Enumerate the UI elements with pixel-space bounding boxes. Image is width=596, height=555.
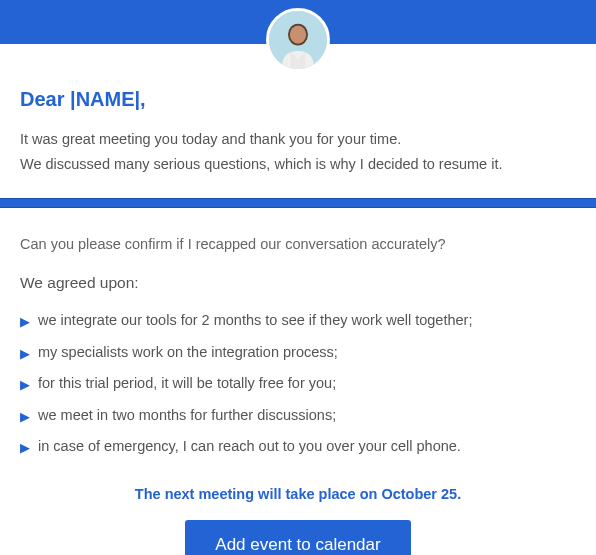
recap-section: Can you please confirm if I recapped our… (0, 208, 596, 555)
triangle-icon: ▶ (20, 438, 30, 458)
confirm-question: Can you please confirm if I recapped our… (20, 236, 576, 252)
list-item: ▶ we integrate our tools for 2 months to… (20, 306, 576, 338)
triangle-icon: ▶ (20, 407, 30, 427)
add-to-calendar-button[interactable]: Add event to calendar (185, 520, 410, 555)
list-item-text: in case of emergency, I can reach out to… (38, 438, 461, 454)
divider-bar (0, 198, 596, 208)
list-item: ▶ we meet in two months for further disc… (20, 401, 576, 433)
header-bar (0, 0, 596, 44)
list-item: ▶ in case of emergency, I can reach out … (20, 432, 576, 464)
svg-point-2 (290, 26, 306, 44)
triangle-icon: ▶ (20, 312, 30, 332)
list-item-text: we meet in two months for further discus… (38, 407, 336, 423)
next-meeting-notice: The next meeting will take place on Octo… (20, 486, 576, 502)
agreed-title: We agreed upon: (20, 274, 576, 292)
avatar-image (269, 11, 327, 69)
list-item: ▶ my specialists work on the integration… (20, 338, 576, 370)
list-item-text: we integrate our tools for 2 months to s… (38, 312, 472, 328)
list-item-text: my specialists work on the integration p… (38, 344, 338, 360)
intro-line-1: It was great meeting you today and thank… (20, 127, 576, 152)
greeting: Dear |NAME|, (20, 88, 576, 111)
list-item: ▶ for this trial period, it will be tota… (20, 369, 576, 401)
list-item-text: for this trial period, it will be totall… (38, 375, 336, 391)
avatar (266, 8, 330, 72)
intro-line-2: We discussed many serious questions, whi… (20, 152, 576, 177)
triangle-icon: ▶ (20, 375, 30, 395)
triangle-icon: ▶ (20, 344, 30, 364)
agreement-list: ▶ we integrate our tools for 2 months to… (20, 306, 576, 464)
